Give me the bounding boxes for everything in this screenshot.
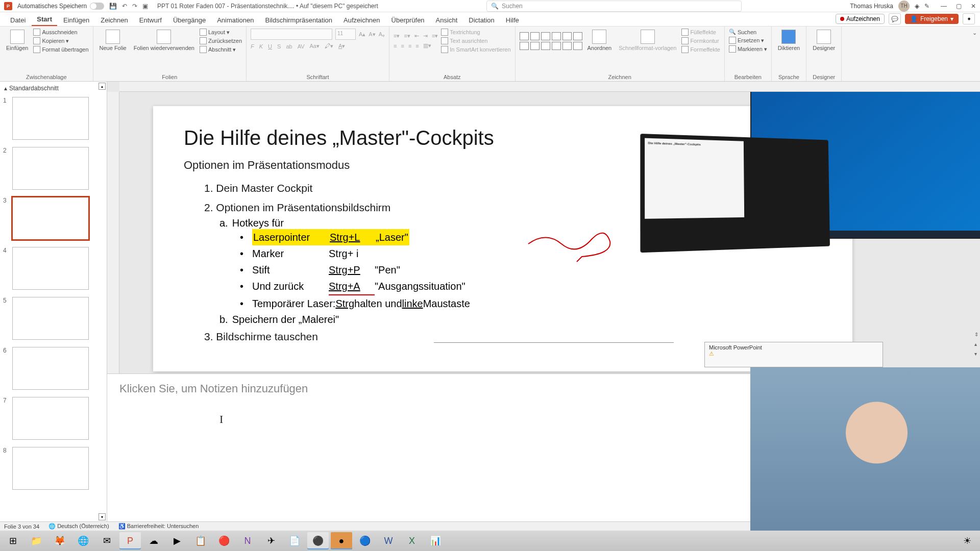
align-right-icon[interactable]: ≡ [408, 43, 411, 49]
smartart-button[interactable]: In SmartArt konvertieren [441, 46, 510, 53]
start-button[interactable]: ⊞ [2, 532, 23, 549]
tab-bildschirmpraesentation[interactable]: Bildschirmpräsentation [260, 14, 337, 26]
align-left-icon[interactable]: ≡ [394, 43, 397, 49]
tray-icon[interactable]: ☀ [957, 532, 978, 549]
redo-icon[interactable]: ↷ [132, 3, 137, 10]
tab-einfuegen[interactable]: Einfügen [58, 14, 94, 26]
clear-format-icon[interactable]: Aᵩ [379, 31, 385, 38]
spacing-button[interactable]: AV [298, 43, 305, 49]
list-item[interactable]: b.Speichern der „Malerei" [219, 314, 822, 325]
section-button[interactable]: Abschnitt▾ [200, 46, 242, 53]
bullets-icon[interactable]: ≡▾ [394, 33, 400, 39]
present-icon[interactable]: ▣ [142, 3, 148, 10]
recorder-icon[interactable]: ● [331, 532, 352, 549]
copilot-button[interactable]: ✦ [963, 13, 975, 24]
shrink-font-icon[interactable]: A▾ [369, 31, 375, 38]
tab-hilfe[interactable]: Hilfe [501, 14, 524, 26]
obs-icon[interactable]: ⚫ [307, 532, 329, 549]
bold-button[interactable]: F [251, 43, 254, 49]
tab-start[interactable]: Start [32, 13, 57, 26]
powerpoint-taskbar-icon[interactable]: P [119, 532, 141, 549]
next-slide-icon[interactable]: ▾ [974, 351, 978, 357]
toggle-switch-icon[interactable] [90, 3, 104, 10]
slide-canvas[interactable]: Die Hilfe deines „Master"-Cockpits Optio… [153, 106, 852, 371]
dialog-box[interactable]: Microsoft PowerPoint ⚠ [704, 342, 883, 367]
slide-thumbnail[interactable] [12, 197, 89, 240]
file-explorer-icon[interactable]: 📁 [26, 532, 47, 549]
case-button[interactable]: Aa▾ [310, 43, 320, 49]
slide-image[interactable]: Die Hilfe deines „Master"-Cockpits [643, 106, 939, 259]
replace-button[interactable]: Ersetzen▾ [729, 37, 767, 44]
firefox-icon[interactable]: 🦊 [49, 532, 70, 549]
paste-button[interactable]: Einfügen [4, 29, 30, 53]
arrange-button[interactable]: Anordnen [585, 29, 614, 53]
undo-icon[interactable]: ↶ [122, 3, 127, 10]
record-button[interactable]: Aufzeichnen [836, 14, 885, 24]
quickformat-button[interactable]: Schnellformat-vorlagen [617, 29, 678, 53]
slide-thumbnail-pane[interactable]: ▴ ▴Standardabschnitt 1 2 3 4 5 6 7 8 ▾ [0, 82, 107, 521]
grow-font-icon[interactable]: A▴ [359, 31, 365, 38]
save-icon[interactable]: 💾 [109, 3, 117, 10]
vlc-icon[interactable]: ▶ [166, 532, 188, 549]
indent-inc-icon[interactable]: ⇥ [423, 33, 428, 39]
new-slide-button[interactable]: Neue Folie [97, 29, 129, 53]
font-family-box[interactable] [251, 29, 332, 40]
line-spacing-icon[interactable]: ≡▾ [432, 33, 438, 39]
app-icon[interactable]: 📋 [190, 532, 211, 549]
strike-button[interactable]: S [277, 43, 281, 49]
highlight-button[interactable]: 🖍▾ [325, 43, 333, 49]
text-direction-button[interactable]: Textrichtung [441, 29, 510, 36]
indent-dec-icon[interactable]: ⇤ [414, 33, 419, 39]
layout-button[interactable]: Layout▾ [200, 29, 242, 36]
select-button[interactable]: Markieren▾ [729, 45, 767, 53]
tab-ansicht[interactable]: Ansicht [431, 14, 463, 26]
tab-animationen[interactable]: Animationen [212, 14, 259, 26]
onenote-icon[interactable]: N [237, 532, 258, 549]
diamond-icon[interactable]: ◈ [915, 3, 919, 10]
fill-button[interactable]: Fülleffekte [681, 29, 720, 36]
fit-icon[interactable]: ⇕ [974, 332, 978, 337]
scroll-up-icon[interactable]: ▴ [99, 83, 106, 90]
justify-icon[interactable]: ≡ [415, 43, 419, 49]
numbering-icon[interactable]: ≡▾ [404, 33, 410, 39]
reset-button[interactable]: Zurücksetzen [200, 37, 242, 44]
tab-ueberpruefen[interactable]: Überprüfen [386, 14, 430, 26]
slide-thumbnail[interactable] [12, 97, 89, 140]
font-color-button[interactable]: A▾ [338, 43, 345, 49]
tab-aufzeichnen[interactable]: Aufzeichnen [338, 14, 385, 26]
search-box[interactable]: 🔍 Suchen [486, 1, 742, 12]
tab-uebergaenge[interactable]: Übergänge [168, 14, 211, 26]
outline-button[interactable]: Formkontur [681, 37, 720, 44]
accessibility-status[interactable]: ♿ Barrierefreiheit: Untersuchen [118, 523, 199, 530]
comments-button[interactable]: 💬 [889, 13, 901, 24]
effects-button[interactable]: Formeffekte [681, 46, 720, 53]
section-header[interactable]: ▴Standardabschnitt [0, 82, 107, 95]
slide-position[interactable]: Folie 3 von 34 [4, 523, 39, 530]
user-avatar[interactable]: TH [898, 1, 910, 12]
cut-button[interactable]: Ausschneiden [33, 29, 88, 36]
tab-dictation[interactable]: Dictation [463, 14, 500, 26]
reuse-slides-button[interactable]: Folien wiederverwenden [132, 29, 197, 53]
user-name[interactable]: Thomas Hruska [850, 3, 893, 10]
shadow-button[interactable]: ab [286, 43, 292, 49]
outlook-icon[interactable]: ✉ [96, 532, 117, 549]
align-center-icon[interactable]: ≡ [401, 43, 404, 49]
pen-icon[interactable]: ✎ [924, 3, 929, 10]
chrome-icon[interactable]: 🌐 [72, 532, 94, 549]
scroll-down-icon[interactable]: ▾ [99, 513, 106, 520]
tab-entwurf[interactable]: Entwurf [134, 14, 167, 26]
italic-button[interactable]: K [259, 43, 263, 49]
slide-canvas-area[interactable]: Die Hilfe deines „Master"-Cockpits Optio… [107, 92, 980, 373]
app-icon[interactable]: 📄 [284, 532, 305, 549]
find-button[interactable]: 🔍Suchen [729, 29, 767, 35]
app-icon[interactable]: 🔴 [213, 532, 235, 549]
language-status[interactable]: 🌐 Deutsch (Österreich) [48, 523, 109, 530]
slide-thumbnail[interactable] [12, 147, 89, 190]
word-icon[interactable]: W [378, 532, 399, 549]
minimize-icon[interactable]: — [941, 3, 947, 10]
tab-zeichnen[interactable]: Zeichnen [95, 14, 133, 26]
shape-gallery[interactable] [520, 32, 582, 50]
maximize-icon[interactable]: ▢ [956, 3, 962, 10]
tab-datei[interactable]: Datei [5, 14, 31, 26]
slide-thumbnail[interactable] [12, 447, 89, 490]
